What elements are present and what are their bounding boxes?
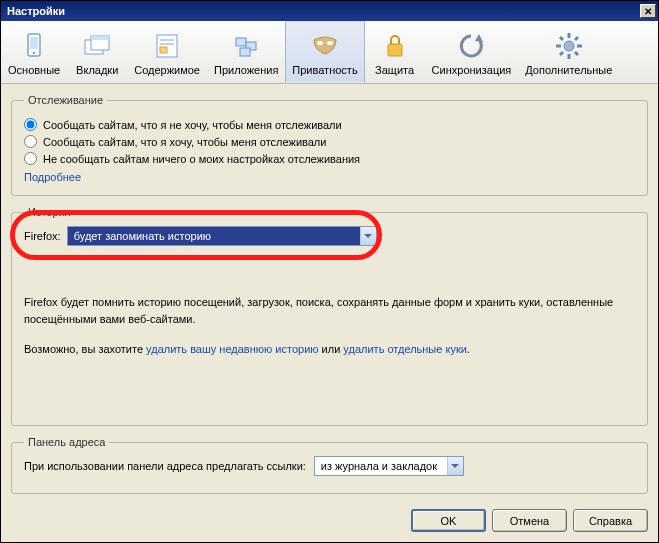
svg-rect-6 xyxy=(157,35,177,57)
clear-cookies-link[interactable]: удалить отдельные куки xyxy=(343,343,466,355)
svg-marker-16 xyxy=(475,34,483,42)
svg-rect-12 xyxy=(240,48,250,56)
history-mode-value: будет запоминать историю xyxy=(68,227,360,245)
tab-privacy[interactable]: Приватность xyxy=(285,21,364,83)
tab-content[interactable]: Содержимое xyxy=(127,21,207,83)
svg-rect-1 xyxy=(30,37,38,49)
history-description: Firefox будет помнить историю посещений,… xyxy=(24,294,635,358)
history-legend: История xyxy=(24,206,75,218)
svg-line-23 xyxy=(575,52,578,55)
clear-history-link[interactable]: удалить вашу недавнюю историю xyxy=(146,343,318,355)
ok-button[interactable]: OK xyxy=(411,509,486,532)
dialog-buttons: OK Отмена Справка xyxy=(411,509,648,532)
addressbar-suggest-dropdown[interactable]: из журнала и закладок xyxy=(314,456,464,476)
addressbar-group: Панель адреса При использовании панели а… xyxy=(11,436,648,494)
svg-rect-9 xyxy=(160,47,167,53)
svg-line-24 xyxy=(575,37,578,40)
tab-security[interactable]: Защита xyxy=(365,21,425,83)
tab-general[interactable]: Основные xyxy=(1,21,67,83)
close-button[interactable]: ✕ xyxy=(640,4,656,18)
lock-icon xyxy=(379,30,411,62)
content-area: Отслеживание Сообщать сайтам, что я не х… xyxy=(1,84,658,542)
tracking-legend: Отслеживание xyxy=(24,94,107,106)
history-label: Firefox: xyxy=(24,230,61,242)
content-icon xyxy=(151,30,183,62)
svg-rect-5 xyxy=(91,36,109,40)
toolbar: Основные Вкладки Содержимое Приложения П… xyxy=(1,21,658,84)
tracking-opt3-label: Не сообщать сайтам ничего о моих настрой… xyxy=(43,153,360,165)
cancel-button[interactable]: Отмена xyxy=(492,509,567,532)
tab-sync[interactable]: Синхронизация xyxy=(425,21,519,83)
svg-line-22 xyxy=(560,37,563,40)
svg-line-25 xyxy=(560,52,563,55)
tracking-opt3-radio[interactable] xyxy=(24,152,37,165)
tracking-opt1-label: Сообщать сайтам, что я не хочу, чтобы ме… xyxy=(43,119,342,131)
svg-point-17 xyxy=(564,41,574,51)
addressbar-suggest-value: из журнала и закладок xyxy=(315,457,447,475)
svg-point-13 xyxy=(317,41,323,45)
window-title: Настройки xyxy=(7,5,65,17)
tracking-more-link[interactable]: Подробнее xyxy=(24,171,81,183)
tab-applications[interactable]: Приложения xyxy=(207,21,285,83)
svg-rect-15 xyxy=(388,44,402,56)
tabs-icon xyxy=(81,30,113,62)
applications-icon xyxy=(230,30,262,62)
general-icon xyxy=(18,30,50,62)
svg-rect-10 xyxy=(236,38,246,46)
svg-point-2 xyxy=(33,52,36,55)
title-bar: Настройки ✕ xyxy=(1,1,658,21)
dropdown-arrow-icon xyxy=(360,227,376,245)
addressbar-label: При использовании панели адреса предлага… xyxy=(24,460,306,472)
history-mode-dropdown[interactable]: будет запоминать историю xyxy=(67,226,377,246)
tracking-opt2-radio[interactable] xyxy=(24,135,37,148)
tab-tabs[interactable]: Вкладки xyxy=(67,21,127,83)
history-group: История Firefox: будет запоминать истори… xyxy=(11,206,648,426)
dropdown-arrow-icon xyxy=(447,457,463,475)
gear-icon xyxy=(553,30,585,62)
tracking-group: Отслеживание Сообщать сайтам, что я не х… xyxy=(11,94,648,196)
tracking-opt2-label: Сообщать сайтам, что я хочу, чтобы меня … xyxy=(43,136,326,148)
svg-point-14 xyxy=(327,41,333,45)
sync-icon xyxy=(455,30,487,62)
addressbar-legend: Панель адреса xyxy=(24,436,109,448)
tracking-opt1-radio[interactable] xyxy=(24,118,37,131)
tab-advanced[interactable]: Дополнительные xyxy=(518,21,619,83)
privacy-mask-icon xyxy=(309,30,341,62)
help-button[interactable]: Справка xyxy=(573,509,648,532)
